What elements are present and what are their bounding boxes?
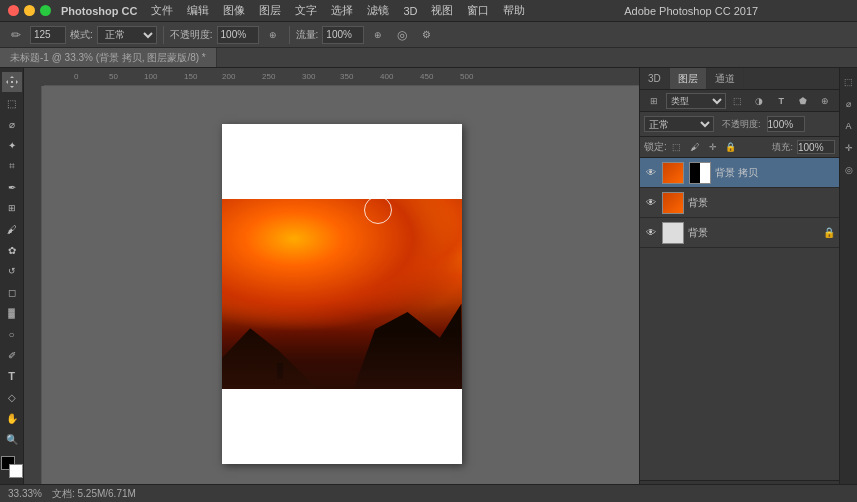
clone-tool[interactable]: ✿ <box>2 240 22 260</box>
crop-tool[interactable]: ⌗ <box>2 156 22 176</box>
menu-select[interactable]: 选择 <box>325 3 359 18</box>
ruler-tick-200: 200 <box>222 72 235 81</box>
flow-input[interactable] <box>322 26 364 44</box>
opacity-input[interactable] <box>217 26 259 44</box>
flow-label: 流量: <box>296 28 319 42</box>
menu-file[interactable]: 文件 <box>145 3 179 18</box>
fill-value[interactable] <box>797 140 835 154</box>
menu-text[interactable]: 文字 <box>289 3 323 18</box>
lasso-tool[interactable]: ⌀ <box>2 114 22 134</box>
menu-filter[interactable]: 滤镜 <box>361 3 395 18</box>
tab-3d[interactable]: 3D <box>640 68 670 89</box>
canvas-scroll-area[interactable] <box>44 86 639 502</box>
main-layout: ⬚ ⌀ ✦ ⌗ ✒ ⊞ 🖌 ✿ ↺ ◻ ▓ ○ ✐ T ◇ ✋ 🔍 0 50 1… <box>0 68 857 502</box>
eraser-tool[interactable]: ◻ <box>2 282 22 302</box>
edge-tool-1[interactable]: ⬚ <box>839 72 858 92</box>
ruler-tick-500: 500 <box>460 72 473 81</box>
layer-thumbnail-bg-locked <box>662 222 684 244</box>
layer-item-bg[interactable]: 👁 背景 <box>640 188 839 218</box>
pixel-filter-icon[interactable]: ⬚ <box>728 91 748 111</box>
menu-window[interactable]: 窗口 <box>461 3 495 18</box>
flow-pressure-icon[interactable]: ⊕ <box>368 25 388 45</box>
edge-tool-3[interactable]: A <box>839 116 858 136</box>
blend-mode-select[interactable]: 正常 <box>97 26 157 44</box>
tab-layers[interactable]: 图层 <box>670 68 707 89</box>
mode-label: 模式: <box>70 28 93 42</box>
maximize-button[interactable] <box>40 5 51 16</box>
tab-channels[interactable]: 通道 <box>707 68 744 89</box>
lock-image-icon[interactable]: 🖌 <box>687 139 703 155</box>
layer-visibility-bg[interactable]: 👁 <box>644 196 658 210</box>
path-tool[interactable]: ◇ <box>2 387 22 407</box>
menu-3d[interactable]: 3D <box>397 5 423 17</box>
zoom-tool[interactable]: 🔍 <box>2 429 22 449</box>
right-panels: 3D 图层 通道 ⊞ 类型 ⬚ ◑ T ⬟ ⊕ 正常 不透明度: 锁定: <box>639 68 839 502</box>
layer-thumbnail-copy <box>662 162 684 184</box>
minimize-button[interactable] <box>24 5 35 16</box>
document-tab[interactable]: 未标题-1 @ 33.3% (背景 拷贝, 图层蒙版/8) * <box>0 48 217 67</box>
layer-item-bg-locked[interactable]: 👁 背景 🔒 <box>640 218 839 248</box>
edge-tool-5[interactable]: ◎ <box>839 160 858 180</box>
tab-bar: 未标题-1 @ 33.3% (背景 拷贝, 图层蒙版/8) * <box>0 48 857 68</box>
history-tool[interactable]: ↺ <box>2 261 22 281</box>
hand-tool[interactable]: ✋ <box>2 408 22 428</box>
text-filter-icon[interactable]: T <box>771 91 791 111</box>
layer-name-bg-locked: 背景 <box>688 226 819 240</box>
move-tool[interactable] <box>2 72 22 92</box>
lock-all-icon[interactable]: 🔒 <box>723 139 739 155</box>
dodge-tool[interactable]: ○ <box>2 324 22 344</box>
status-bar: 33.33% 文档: 5.25M/6.71M <box>0 484 857 502</box>
layer-thumbnail-bg <box>662 192 684 214</box>
close-button[interactable] <box>8 5 19 16</box>
color-selector[interactable] <box>1 456 23 478</box>
layers-controls: 正常 不透明度: <box>640 112 839 137</box>
canvas-area[interactable]: 0 50 100 150 200 250 300 350 400 450 500 <box>24 68 639 502</box>
healing-tool[interactable]: ⊞ <box>2 198 22 218</box>
menu-view[interactable]: 视图 <box>425 3 459 18</box>
document-tab-label: 未标题-1 @ 33.3% (背景 拷贝, 图层蒙版/8) * <box>10 51 206 65</box>
fill-label: 填充: <box>772 141 793 154</box>
zoom-level: 33.33% <box>8 488 42 499</box>
blend-mode-select-layers[interactable]: 正常 <box>644 116 714 132</box>
layer-item-copy[interactable]: 👁 背景 拷贝 <box>640 158 839 188</box>
shape-filter-icon[interactable]: ⬟ <box>793 91 813 111</box>
edge-tool-2[interactable]: ⌀ <box>839 94 858 114</box>
ruler-tick-350: 350 <box>340 72 353 81</box>
selection-tool[interactable]: ⬚ <box>2 93 22 113</box>
canvas-image <box>222 199 462 389</box>
ruler-tick-150: 150 <box>184 72 197 81</box>
opacity-label-layers: 不透明度: <box>722 118 761 131</box>
kind-filter-icon[interactable]: ⊞ <box>644 91 664 111</box>
text-tool[interactable]: T <box>2 366 22 386</box>
menu-help[interactable]: 帮助 <box>497 3 531 18</box>
background-color[interactable] <box>9 464 23 478</box>
eyedropper-tool[interactable]: ✒ <box>2 177 22 197</box>
layer-name-bg: 背景 <box>688 196 835 210</box>
menu-image[interactable]: 图像 <box>217 3 251 18</box>
brush-tool[interactable]: 🖌 <box>2 219 22 239</box>
window-title: Adobe Photoshop CC 2017 <box>533 5 849 17</box>
menu-edit[interactable]: 编辑 <box>181 3 215 18</box>
smart-filter-icon[interactable]: ⊕ <box>815 91 835 111</box>
adjust-filter-icon[interactable]: ◑ <box>749 91 769 111</box>
gradient-tool[interactable]: ▓ <box>2 303 22 323</box>
left-toolbar: ⬚ ⌀ ✦ ⌗ ✒ ⊞ 🖌 ✿ ↺ ◻ ▓ ○ ✐ T ◇ ✋ 🔍 <box>0 68 24 502</box>
opacity-pressure-icon[interactable]: ⊕ <box>263 25 283 45</box>
lock-transparent-icon[interactable]: ⬚ <box>669 139 685 155</box>
layer-visibility-copy[interactable]: 👁 <box>644 166 658 180</box>
brush-size-input[interactable] <box>30 26 66 44</box>
brush-setting-icon[interactable]: ⚙ <box>416 25 436 45</box>
opacity-value-layers[interactable] <box>767 116 805 132</box>
ruler-left <box>24 86 42 502</box>
magic-wand-tool[interactable]: ✦ <box>2 135 22 155</box>
layer-visibility-bg-locked[interactable]: 👁 <box>644 226 658 240</box>
pen-tool[interactable]: ✐ <box>2 345 22 365</box>
brush-cursor <box>364 196 392 224</box>
brush-tool-icon[interactable]: ✏ <box>6 25 26 45</box>
menu-layer[interactable]: 图层 <box>253 3 287 18</box>
edge-tool-4[interactable]: ✛ <box>839 138 858 158</box>
kind-select[interactable]: 类型 <box>666 93 726 109</box>
airbrush-icon[interactable]: ◎ <box>392 25 412 45</box>
ruler-tick-100: 100 <box>144 72 157 81</box>
lock-position-icon[interactable]: ✛ <box>705 139 721 155</box>
